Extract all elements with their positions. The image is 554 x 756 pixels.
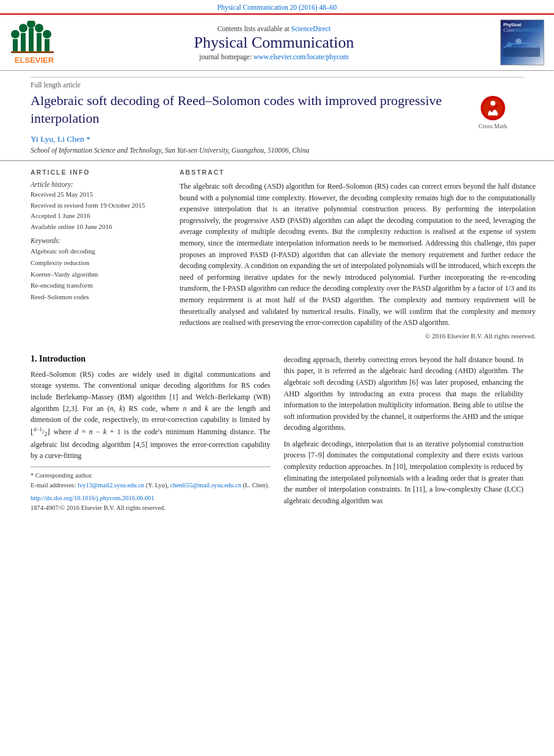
revised-date: Received in revised form 19 October 2015	[31, 200, 165, 211]
copyright-line: © 2016 Elsevier B.V. All rights reserved…	[180, 332, 536, 340]
svg-rect-2	[29, 28, 34, 51]
journal-link[interactable]: Physical Communication 20 (2016) 48–60	[217, 4, 337, 11]
keyword-4: Re-encoding transform	[31, 280, 165, 291]
svg-rect-4	[45, 39, 49, 51]
svg-rect-0	[13, 39, 18, 51]
email2-link[interactable]: chenli55@mail.sysu.edu.cn	[170, 482, 241, 489]
email-note: E-mail addresses: lvy13@mail2.sysu.edu.c…	[31, 481, 271, 490]
article-authors: Yi Lyu, Li Chen *	[31, 134, 523, 144]
keywords-label: Keywords:	[31, 237, 165, 244]
crossmark-icon	[479, 95, 506, 122]
intro-paragraph-2: decoding approach, thereby correcting er…	[284, 354, 524, 434]
svg-rect-11	[503, 48, 540, 57]
history-subtitle: Article history:	[31, 181, 165, 188]
article-dates: Received 25 May 2015 Received in revised…	[31, 189, 165, 232]
article-info-abstract: ARTICLE INFO Article history: Received 2…	[0, 161, 554, 347]
received-date: Received 25 May 2015	[31, 189, 165, 200]
main-right-column: decoding approach, thereby correcting er…	[284, 354, 524, 513]
svg-point-9	[43, 30, 51, 38]
svg-point-8	[35, 24, 43, 32]
journal-header: ELSEVIER Contents lists available at Sci…	[0, 13, 554, 71]
svg-point-16	[490, 101, 495, 106]
footnote-section: * Corresponding author. E-mail addresses…	[31, 467, 271, 513]
keywords-list: Algebraic soft decoding Complexity reduc…	[31, 245, 165, 302]
main-left-column: 1. Introduction Reed–Solomon (RS) codes …	[31, 354, 271, 513]
svg-rect-3	[37, 33, 42, 51]
abstract-text: The algebraic soft decoding (ASD) algori…	[180, 181, 536, 329]
journal-reference: Physical Communication 20 (2016) 48–60	[0, 0, 554, 13]
crossmark-label: Cross Mark	[479, 123, 508, 129]
svg-point-6	[19, 24, 27, 32]
journal-homepage: journal homepage: www.elsevier.com/locat…	[59, 53, 489, 60]
doi-link[interactable]: http://dx.doi.org/10.1016/j.phycom.2016.…	[31, 495, 155, 501]
abstract-column: ABSTRACT The algebraic soft decoding (AS…	[180, 169, 536, 340]
main-content: 1. Introduction Reed–Solomon (RS) codes …	[0, 347, 554, 520]
keyword-1: Algebraic soft decoding	[31, 245, 165, 257]
crossmark-container[interactable]: Cross Mark	[462, 92, 523, 129]
accepted-date: Accepted 1 June 2016	[31, 211, 165, 222]
keyword-3: Koetter–Vardy algorithm	[31, 269, 165, 280]
svg-point-7	[27, 21, 35, 28]
svg-rect-1	[21, 33, 26, 51]
cover-decoration-icon	[503, 35, 540, 57]
article-type: Full length article	[31, 77, 523, 89]
cover-image: PhySical Communication	[500, 20, 544, 65]
article-title-row: Algebraic soft decoding of Reed–Solomon …	[31, 92, 523, 129]
svg-rect-10	[11, 51, 54, 53]
contents-available: Contents lists available at ScienceDirec…	[59, 25, 489, 32]
email1-link[interactable]: lvy13@mail2.sysu.edu.cn	[78, 482, 144, 489]
journal-cover: PhySical Communication	[489, 20, 544, 65]
svg-point-5	[11, 30, 20, 38]
issn-line: 1874-4907/© 2016 Elsevier B.V. All right…	[31, 503, 271, 513]
article-title: Algebraic soft decoding of Reed–Solomon …	[31, 92, 462, 127]
elsevier-logo: ELSEVIER	[10, 21, 59, 65]
journal-title: Physical Communication	[59, 34, 489, 52]
keyword-5: Reed–Solomon codes	[31, 291, 165, 303]
keyword-2: Complexity reduction	[31, 257, 165, 269]
intro-heading: 1. Introduction	[31, 354, 271, 364]
elsevier-label: ELSEVIER	[15, 56, 54, 65]
article-header: Full length article Algebraic soft decod…	[0, 71, 554, 161]
article-info-column: ARTICLE INFO Article history: Received 2…	[31, 169, 165, 340]
elsevier-tree-icon	[10, 21, 59, 54]
sciencedirect-link[interactable]: ScienceDirect	[291, 25, 331, 32]
abstract-heading: ABSTRACT	[180, 169, 536, 176]
homepage-url[interactable]: www.elsevier.com/locate/phycom	[253, 53, 349, 60]
available-date: Available online 10 June 2016	[31, 222, 165, 233]
intro-paragraph-3: In algebraic decodings, interpolation th…	[284, 438, 524, 507]
journal-header-center: Contents lists available at ScienceDirec…	[59, 25, 489, 60]
intro-paragraph-1: Reed–Solomon (RS) codes are widely used …	[31, 369, 271, 462]
corresponding-note: * Corresponding author.	[31, 471, 271, 481]
article-info-heading: ARTICLE INFO	[31, 169, 165, 176]
article-affiliation: School of Information Science and Techno…	[31, 147, 523, 154]
